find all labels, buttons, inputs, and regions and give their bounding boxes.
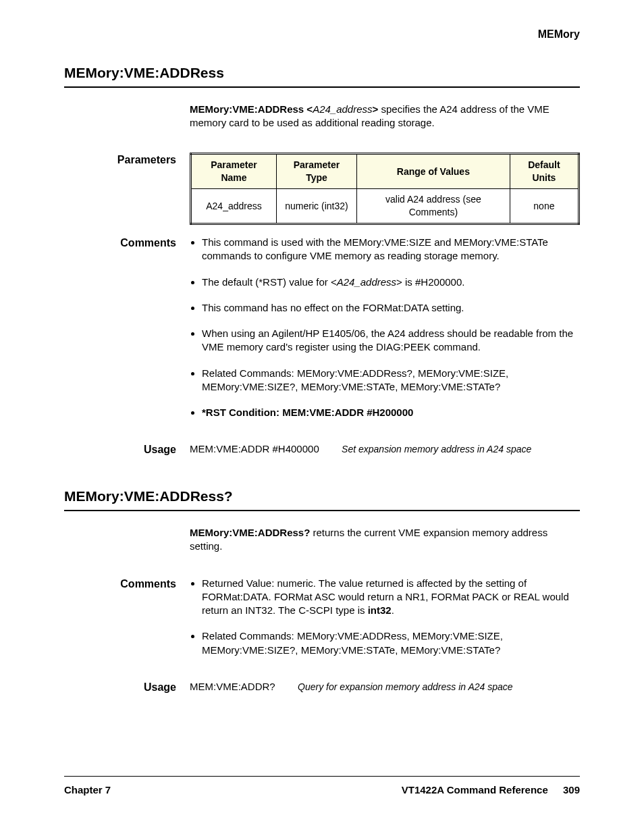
td-name: A24_address	[191, 189, 277, 224]
comments-label-1: Comments	[64, 236, 190, 251]
comment-item: Related Commands: MEMory:VME:ADDRess?, M…	[202, 367, 580, 394]
th-type: Parameter Type	[276, 154, 356, 189]
comment-item: When using an Agilent/HP E1405/06, the A…	[202, 327, 580, 355]
usage-label-2: Usage	[64, 680, 190, 695]
usage-note-q: Query for expansion memory address in A2…	[298, 681, 513, 692]
td-range: valid A24 address (see Comments)	[356, 189, 510, 224]
header-category: MEMory	[64, 27, 580, 42]
comment-item: *RST Condition: MEM:VME:ADDR #H200000	[202, 406, 580, 419]
usage-row-1: Usage MEM:VME:ADDR #H400000 Set expansio…	[64, 442, 580, 457]
comments-row-2: Comments Returned Value: numeric. The va…	[64, 577, 580, 669]
usage-label-1: Usage	[64, 442, 190, 457]
th-units: Default Units	[510, 154, 579, 189]
footer-page-number: 309	[563, 784, 580, 796]
section-heading-addrq: MEMory:VME:ADDRess?	[64, 487, 580, 511]
comments-list-1: This command is used with the MEMory:VME…	[190, 236, 580, 419]
comment-item: This command has no effect on the FORMat…	[202, 301, 580, 315]
usage-cmd-q: MEM:VME:ADDR?	[190, 681, 275, 692]
parameters-table: Parameter Name Parameter Type Range of V…	[190, 153, 580, 225]
usage-row-2: Usage MEM:VME:ADDR? Query for expansion …	[64, 680, 580, 695]
usage-note: Set expansion memory address in A24 spac…	[342, 444, 531, 454]
comment-item: The default (*RST) value for <A24_addres…	[202, 276, 580, 289]
td-type: numeric (int32)	[276, 189, 356, 224]
th-range: Range of Values	[356, 154, 510, 189]
page-footer: Chapter 7 VT1422A Command Reference 309	[64, 776, 580, 797]
comment-item: This command is used with the MEMory:VME…	[202, 236, 580, 263]
comments-list-2: Returned Value: numeric. The value retur…	[190, 577, 580, 657]
comments-row-1: Comments This command is used with the M…	[64, 236, 580, 432]
comment-item: Related Commands: MEMory:VME:ADDRess, ME…	[202, 629, 580, 657]
footer-right: VT1422A Command Reference 309	[402, 783, 580, 797]
page-body: MEMory MEMory:VME:ADDRess MEMory:VME:ADD…	[0, 0, 644, 695]
cmd-bold-q: MEMory:VME:ADDRess?	[190, 527, 310, 538]
usage-cmd: MEM:VME:ADDR #H400000	[190, 443, 319, 454]
cmd-bold: MEMory:VME:ADDRess <	[190, 103, 313, 115]
usage-body-2: MEM:VME:ADDR? Query for expansion memory…	[190, 680, 580, 694]
td-units: none	[510, 189, 579, 224]
section-heading-addr: MEMory:VME:ADDRess	[64, 63, 580, 88]
command-syntax-addrq: MEMory:VME:ADDRess? returns the current …	[190, 526, 580, 554]
comment-item: Returned Value: numeric. The value retur…	[202, 577, 580, 618]
comments-label-2: Comments	[64, 577, 190, 592]
cmd-close: >	[373, 103, 379, 115]
th-name: Parameter Name	[191, 154, 277, 189]
parameters-row: Parameters Parameter Name Parameter Type…	[64, 153, 580, 225]
footer-chapter: Chapter 7	[64, 783, 111, 797]
usage-body-1: MEM:VME:ADDR #H400000 Set expansion memo…	[190, 442, 580, 456]
footer-title: VT1422A Command Reference	[402, 784, 548, 796]
command-syntax-addr: MEMory:VME:ADDRess <A24_address> specifi…	[190, 103, 580, 130]
parameters-label: Parameters	[64, 153, 190, 167]
cmd-param: A24_address	[313, 103, 372, 115]
